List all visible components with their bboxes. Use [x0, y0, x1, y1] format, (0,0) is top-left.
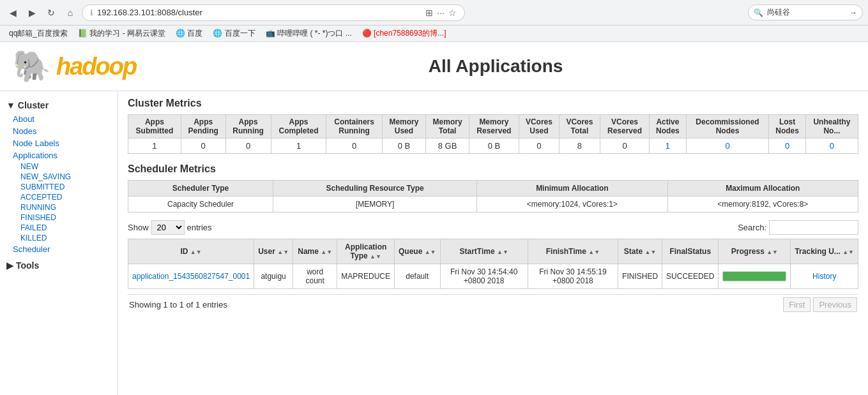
sidebar-item-node-labels[interactable]: Node Labels — [0, 137, 118, 149]
sidebar-item-running[interactable]: RUNNING — [0, 202, 118, 212]
search-icon: 🔍 — [754, 8, 763, 17]
val-vcores-reserved: 0 — [600, 138, 649, 154]
val-min-allocation: <memory:1024, vCores:1> — [477, 197, 667, 212]
previous-page-button[interactable]: Previous — [813, 297, 857, 312]
col-progress[interactable]: Progress ▲▼ — [719, 239, 791, 264]
applications-table: ID ▲▼ User ▲▼ Name ▲▼ ApplicationType ▲▼… — [128, 239, 858, 289]
hadoop-logo-text: hadoop — [56, 53, 136, 80]
col-memory-total: MemoryTotal — [425, 115, 469, 138]
forward-button[interactable]: ▶ — [24, 5, 40, 20]
bookmark-qq[interactable]: qq邮箱_百度搜索 — [5, 27, 72, 40]
entries-select[interactable]: 20 50 100 — [151, 220, 185, 235]
val-decommissioned-nodes[interactable]: 0 — [686, 138, 769, 154]
pagination-row: Showing 1 to 1 of 1 entries First Previo… — [128, 294, 858, 315]
cluster-metrics-table: AppsSubmitted AppsPending AppsRunning Ap… — [128, 114, 858, 154]
search-arrow: → — [849, 8, 857, 17]
col-tracking-url[interactable]: Tracking U... ▲▼ — [791, 239, 858, 264]
bookmark-csdn[interactable]: 🔴 [chen7588693的博...] — [358, 27, 450, 40]
cell-state: FINISHED — [618, 264, 662, 289]
cell-id[interactable]: application_1543560827547_0001 — [128, 264, 254, 289]
col-user[interactable]: User ▲▼ — [254, 239, 293, 264]
col-vcores-used: VCoresUsed — [519, 115, 560, 138]
cell-tracking-url[interactable]: History — [791, 264, 858, 289]
bookmark-baidu2[interactable]: 🌐 百度一下 — [209, 27, 259, 40]
val-apps-pending: 0 — [181, 138, 225, 154]
col-final-status[interactable]: FinalStatus — [662, 239, 719, 264]
col-name[interactable]: Name ▲▼ — [293, 239, 337, 264]
sidebar-item-about[interactable]: About — [0, 113, 118, 125]
col-finish-time[interactable]: FinishTime ▲▼ — [528, 239, 618, 264]
sidebar-item-killed[interactable]: KILLED — [0, 233, 118, 243]
cell-user: atguigu — [254, 264, 293, 289]
val-vcores-used: 0 — [519, 138, 560, 154]
progress-bar-container — [722, 271, 786, 281]
col-queue[interactable]: Queue ▲▼ — [395, 239, 441, 264]
search-input[interactable] — [769, 220, 858, 235]
content-area: Cluster Metrics AppsSubmitted AppsPendin… — [118, 91, 868, 395]
address-bar[interactable]: ℹ 192.168.23.101:8088/cluster ⊞ ··· ☆ — [82, 4, 465, 21]
sidebar-item-scheduler[interactable]: Scheduler — [0, 243, 118, 255]
sidebar-cluster-section: ▼ Cluster About Nodes Node Labels Applic… — [0, 98, 118, 255]
refresh-button[interactable]: ↻ — [43, 5, 59, 20]
sidebar-item-failed[interactable]: FAILED — [0, 223, 118, 233]
col-id[interactable]: ID ▲▼ — [128, 239, 254, 264]
val-apps-completed: 1 — [271, 138, 326, 154]
val-scheduler-type: Capacity Scheduler — [128, 197, 273, 212]
bookmark-study[interactable]: 📗 我的学习 - 网易云课堂 — [74, 27, 169, 40]
sidebar-item-accepted[interactable]: ACCEPTED — [0, 192, 118, 202]
col-active-nodes: ActiveNodes — [650, 115, 686, 138]
scheduler-metrics-title: Scheduler Metrics — [128, 163, 858, 175]
cell-app-type: MAPREDUCE — [337, 264, 395, 289]
bookmark-bilibili[interactable]: 📺 哔哩哔哩 ( *- *)つ口 ... — [262, 27, 356, 40]
val-containers-running: 0 — [326, 138, 382, 154]
val-active-nodes[interactable]: 1 — [650, 138, 686, 154]
back-button[interactable]: ◀ — [5, 5, 20, 20]
sidebar-tools-section: ▶ Tools — [0, 258, 118, 273]
sidebar-item-new-saving[interactable]: NEW_SAVING — [0, 172, 118, 182]
val-lost-nodes[interactable]: 0 — [769, 138, 805, 154]
star-icon: ☆ — [448, 8, 457, 18]
bookmark-baidu[interactable]: 🌐 百度 — [172, 27, 206, 40]
search-box[interactable]: 🔍 尚硅谷 → — [748, 4, 863, 20]
val-apps-running: 0 — [225, 138, 271, 154]
col-app-type[interactable]: ApplicationType ▲▼ — [337, 239, 395, 264]
qr-icon: ⊞ — [425, 8, 433, 18]
col-apps-completed: AppsCompleted — [271, 115, 326, 138]
col-memory-used: MemoryUsed — [382, 115, 425, 138]
val-max-allocation: <memory:8192, vCores:8> — [667, 197, 858, 212]
page-wrapper: 🐘 hadoop All Applications ▼ Cluster Abou… — [0, 42, 868, 395]
lock-icon: ℹ — [90, 8, 93, 17]
scheduler-metrics-table: Scheduler Type Scheduling Resource Type … — [128, 180, 858, 212]
sidebar-item-nodes[interactable]: Nodes — [0, 125, 118, 137]
tools-label: Tools — [16, 260, 39, 271]
col-start-time[interactable]: StartTime ▲▼ — [440, 239, 528, 264]
cluster-arrow-icon: ▼ — [6, 100, 15, 110]
sidebar-item-new[interactable]: NEW — [0, 161, 118, 172]
sidebar-item-finished[interactable]: FINISHED — [0, 212, 118, 223]
val-memory-reserved: 0 B — [469, 138, 519, 154]
col-scheduler-type: Scheduler Type — [128, 181, 273, 197]
sidebar-item-submitted[interactable]: SUBMITTED — [0, 182, 118, 192]
menu-icon: ··· — [437, 8, 445, 18]
col-apps-submitted: AppsSubmitted — [128, 115, 181, 138]
val-unhealthy-nodes[interactable]: 0 — [805, 138, 858, 154]
progress-bar-fill — [723, 272, 786, 281]
cell-final-status: SUCCEEDED — [662, 264, 719, 289]
col-vcores-reserved: VCoresReserved — [600, 115, 649, 138]
col-min-allocation: Minimum Allocation — [477, 181, 667, 197]
first-page-button[interactable]: First — [783, 297, 811, 312]
tools-header[interactable]: ▶ Tools — [0, 258, 118, 273]
table-controls: Show 20 50 100 entries Search: — [128, 220, 858, 235]
cell-start-time: Fri Nov 30 14:54:40 +0800 2018 — [440, 264, 528, 289]
col-apps-pending: AppsPending — [181, 115, 225, 138]
col-scheduling-resource: Scheduling Resource Type — [273, 181, 477, 197]
sidebar-item-applications[interactable]: Applications — [0, 149, 118, 161]
val-scheduling-resource: [MEMORY] — [273, 197, 477, 212]
cluster-header[interactable]: ▼ Cluster — [0, 98, 118, 113]
col-state[interactable]: State ▲▼ — [618, 239, 662, 264]
home-button[interactable]: ⌂ — [63, 5, 78, 20]
col-unhealthy-nodes: UnhealthyNo... — [805, 115, 858, 138]
cell-name: word count — [293, 264, 337, 289]
browser-toolbar: ◀ ▶ ↻ ⌂ ℹ 192.168.23.101:8088/cluster ⊞ … — [0, 0, 868, 26]
cluster-metrics-title: Cluster Metrics — [128, 98, 858, 109]
